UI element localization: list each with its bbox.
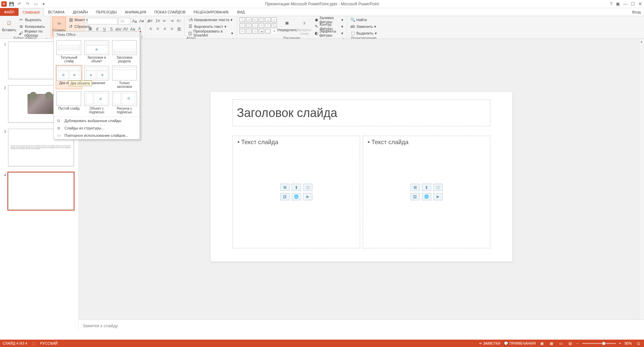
font-dialog-launcher[interactable]: ↘	[141, 35, 143, 38]
shape-fill-button[interactable]: ◉Заливка фигуры ▾	[313, 17, 345, 23]
tab-insert[interactable]: ВСТАВКА	[44, 8, 68, 16]
paste-button[interactable]: 📋 Вставить	[2, 17, 16, 32]
notes-pane[interactable]: Заметки к слайду	[79, 320, 644, 332]
notes-toggle[interactable]: ≐ ЗАМЕТКИ	[479, 341, 500, 346]
align-center-icon[interactable]: ≡	[155, 26, 161, 32]
zoom-level[interactable]: 90%	[625, 341, 632, 345]
insert-online-picture-icon[interactable]: 🌐	[422, 193, 431, 200]
layout-title-only[interactable]: Только заголовок	[111, 65, 138, 89]
find-button[interactable]: 🔍Найти	[349, 17, 378, 23]
tab-file[interactable]: ФАЙЛ	[0, 8, 18, 16]
convert-smartart-button[interactable]: ◫Преобразовать в SmartArt ▾	[187, 30, 235, 36]
thumbnail-4[interactable]: 4	[0, 172, 78, 215]
zoom-slider[interactable]	[582, 343, 616, 344]
slide-counter[interactable]: СЛАЙД 4 ИЗ 4	[3, 341, 27, 345]
shapes-gallery[interactable]: ╲▭▭◯△⇨ ⬡⬠☆↗⤴{ } ∿⬭◇☁⬚▾	[239, 17, 278, 34]
decrease-indent-icon[interactable]: ⇤	[162, 18, 168, 24]
normal-view-icon[interactable]: ▣	[539, 341, 545, 346]
increase-indent-icon[interactable]: ⇥	[169, 18, 175, 24]
slides-from-outline-item[interactable]: ≣Слайды из структуры...	[54, 124, 140, 132]
help-icon[interactable]: ?	[610, 1, 612, 6]
insert-table-icon[interactable]: ▦	[410, 183, 420, 191]
layout-title-slide[interactable]: Титульный слайд	[56, 40, 82, 64]
maximize-icon[interactable]: ☐	[631, 1, 635, 6]
zoom-out-icon[interactable]: −	[577, 341, 579, 345]
tab-review[interactable]: РЕЦЕНЗИРОВАНИЕ	[190, 8, 233, 16]
align-text-button[interactable]: ☰Выровнять текст ▾	[187, 23, 235, 30]
insert-smartart-icon[interactable]: ◫	[433, 183, 443, 191]
slide-editor[interactable]: Заголовок слайда • Текст слайда ▦ ▮ ◫ 🖼 …	[79, 39, 644, 332]
grow-font-icon[interactable]: A▴	[132, 18, 138, 24]
title-placeholder[interactable]: Заголовок слайда	[233, 99, 490, 126]
tab-slideshow[interactable]: ПОКАЗ СЛАЙДОВ	[150, 8, 190, 16]
slide-canvas[interactable]: Заголовок слайда • Текст слайда ▦ ▮ ◫ 🖼 …	[210, 92, 512, 262]
content-placeholder-right[interactable]: • Текст слайда ▦ ▮ ◫ 🖼 🌐 ▶	[363, 135, 490, 248]
insert-video-icon[interactable]: ▶	[303, 193, 312, 200]
replace-icon: ab	[350, 24, 355, 29]
save-icon[interactable]: 💾	[8, 1, 15, 7]
justify-icon[interactable]: ≡	[169, 26, 175, 32]
scroll-up-icon[interactable]: ▲	[639, 39, 644, 44]
content-insert-icons-right: ▦ ▮ ◫ 🖼 🌐 ▶	[410, 183, 443, 200]
fit-to-window-icon[interactable]: ⊡	[635, 341, 641, 346]
font-family-combo[interactable]	[87, 18, 117, 24]
shape-effects-button[interactable]: ◐Эффекты фигуры ▾	[313, 30, 345, 36]
insert-online-picture-icon[interactable]: 🌐	[292, 193, 301, 200]
ribbon-display-icon[interactable]: ▣	[616, 1, 620, 6]
layout-picture-caption[interactable]: 🖼 Рисунок с подписью	[111, 91, 138, 115]
arrange-button[interactable]: ▦ Упорядочить	[279, 17, 295, 32]
shape-outline-button[interactable]: ✎Контур фигуры ▾	[313, 23, 345, 30]
insert-picture-icon[interactable]: 🖼	[410, 193, 420, 200]
reading-view-icon[interactable]: ▭	[558, 341, 564, 346]
cut-button[interactable]: ✂Вырезать	[17, 17, 48, 23]
reuse-slides-item[interactable]: ▭Повторное использование слайдов...	[54, 132, 140, 139]
redo-icon[interactable]: ↷	[24, 1, 31, 7]
start-slideshow-icon[interactable]: ▭	[32, 1, 39, 7]
copy-button[interactable]: ⧉Копировать	[17, 23, 48, 30]
ribbon-tabs: ФАЙЛ ГЛАВНАЯ ВСТАВКА ДИЗАЙН ПЕРЕХОДЫ АНИ…	[0, 8, 644, 16]
content-placeholder-left[interactable]: • Текст слайда ▦ ▮ ◫ 🖼 🌐 ▶	[233, 135, 360, 248]
tab-design[interactable]: ДИЗАЙН	[68, 8, 92, 16]
duplicate-slides-item[interactable]: ⧉Дублировать выбранные слайды	[54, 117, 140, 124]
layout-title-content[interactable]: ▦ Заголовок и объект	[84, 40, 110, 64]
quick-styles-button[interactable]: ◑ Экспресс-стили	[296, 17, 312, 36]
layout-blank[interactable]: Пустой слайд	[56, 91, 82, 115]
spellcheck-icon[interactable]: ⬚	[32, 341, 35, 346]
close-icon[interactable]: ✕	[638, 1, 642, 6]
font-size-combo[interactable]: 18	[118, 18, 131, 24]
numbering-icon[interactable]: 1≡	[155, 18, 161, 24]
bullets-icon[interactable]: •≡	[148, 18, 154, 24]
undo-icon[interactable]: ↶	[16, 1, 23, 7]
line-spacing-icon[interactable]: ≡↕	[176, 18, 182, 24]
sign-in-link[interactable]: Вход	[629, 8, 644, 16]
insert-smartart-icon[interactable]: ◫	[303, 183, 312, 191]
minimize-icon[interactable]: —	[623, 1, 628, 6]
tab-view[interactable]: ВИД	[233, 8, 249, 16]
shrink-font-icon[interactable]: A▾	[139, 18, 145, 24]
sorter-view-icon[interactable]: ▦	[548, 341, 554, 346]
insert-chart-icon[interactable]: ▮	[422, 183, 431, 191]
insert-picture-icon[interactable]: 🖼	[280, 193, 290, 200]
tab-animation[interactable]: АНИМАЦИЯ	[121, 8, 150, 16]
layout-theme-header: Тема Office	[54, 32, 140, 38]
tab-home[interactable]: ГЛАВНАЯ	[18, 8, 44, 16]
layout-content-caption[interactable]: ▦ Объект с подписью	[84, 91, 110, 115]
align-left-icon[interactable]: ≡	[148, 26, 154, 32]
select-button[interactable]: ⬚Выделить ▾	[349, 30, 378, 36]
replace-button[interactable]: abЗаменить ▾	[349, 23, 378, 30]
text-direction-button[interactable]: ↕AНаправление текста ▾	[187, 17, 235, 23]
zoom-in-icon[interactable]: +	[619, 341, 621, 345]
qat-customize-icon[interactable]: ▾	[40, 1, 47, 7]
tab-transitions[interactable]: ПЕРЕХОДЫ	[92, 8, 121, 16]
align-right-icon[interactable]: ≡	[162, 26, 168, 32]
slideshow-view-icon[interactable]: ▤	[567, 341, 573, 346]
vertical-scrollbar[interactable]: ▲ ▼ ≡	[639, 39, 644, 332]
format-painter-button[interactable]: 🖌Формат по образцу	[17, 30, 48, 36]
insert-chart-icon[interactable]: ▮	[292, 183, 301, 191]
columns-icon[interactable]: ▥	[176, 26, 182, 32]
insert-video-icon[interactable]: ▶	[433, 193, 443, 200]
language-indicator[interactable]: РУССКИЙ	[40, 341, 57, 345]
comments-toggle[interactable]: 💬 ПРИМЕЧАНИЯ	[504, 341, 536, 346]
layout-section-header[interactable]: Заголовок раздела	[111, 40, 138, 64]
insert-table-icon[interactable]: ▦	[280, 183, 290, 191]
